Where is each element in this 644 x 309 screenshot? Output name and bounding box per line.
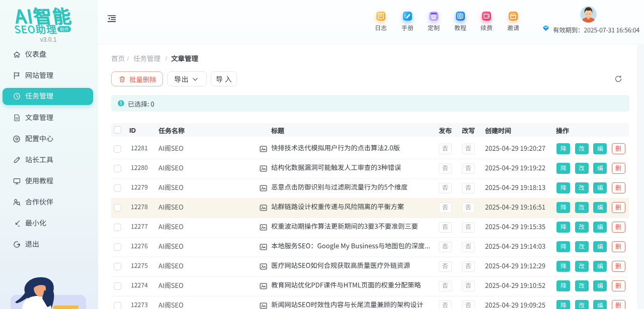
svg-text:VIP: VIP — [544, 27, 547, 29]
